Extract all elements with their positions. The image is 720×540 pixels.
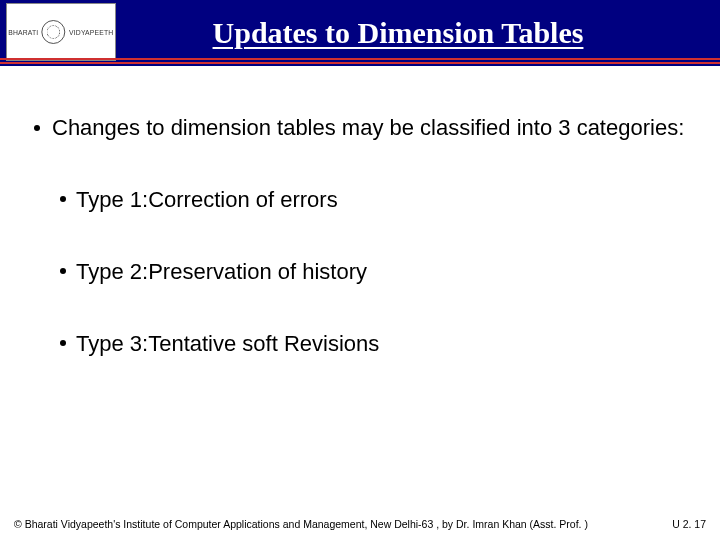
list-item-label: Type 3:Tentative soft Revisions bbox=[76, 330, 379, 358]
institute-logo: BHARATI VIDYAPEETH bbox=[6, 3, 116, 61]
footer-page-number: U 2. 17 bbox=[672, 518, 706, 530]
list-item: Type 1:Correction of errors bbox=[60, 186, 686, 214]
list-item: Type 3:Tentative soft Revisions bbox=[60, 330, 686, 358]
logo-text-right: VIDYAPEETH bbox=[69, 28, 113, 36]
logo-emblem-icon bbox=[42, 20, 66, 44]
slide-body: Changes to dimension tables may be class… bbox=[0, 66, 720, 359]
bullet-icon bbox=[60, 340, 66, 346]
logo-text-left: BHARATI bbox=[8, 28, 38, 36]
header-divider bbox=[0, 62, 720, 64]
bullet-icon bbox=[60, 268, 66, 274]
intro-text: Changes to dimension tables may be class… bbox=[52, 114, 684, 142]
slide-header: BHARATI VIDYAPEETH Updates to Dimension … bbox=[0, 0, 720, 66]
list-item: Changes to dimension tables may be class… bbox=[34, 114, 686, 142]
list-item-label: Type 2:Preservation of history bbox=[76, 258, 367, 286]
slide-footer: © Bharati Vidyapeeth's Institute of Comp… bbox=[0, 518, 720, 530]
bullet-icon bbox=[34, 125, 40, 131]
bullet-icon bbox=[60, 196, 66, 202]
slide-title: Updates to Dimension Tables bbox=[116, 16, 720, 50]
list-item-label: Type 1:Correction of errors bbox=[76, 186, 338, 214]
sub-list: Type 1:Correction of errors Type 2:Prese… bbox=[60, 186, 686, 358]
footer-copyright: © Bharati Vidyapeeth's Institute of Comp… bbox=[14, 518, 672, 530]
list-item: Type 2:Preservation of history bbox=[60, 258, 686, 286]
header-divider bbox=[0, 58, 720, 60]
